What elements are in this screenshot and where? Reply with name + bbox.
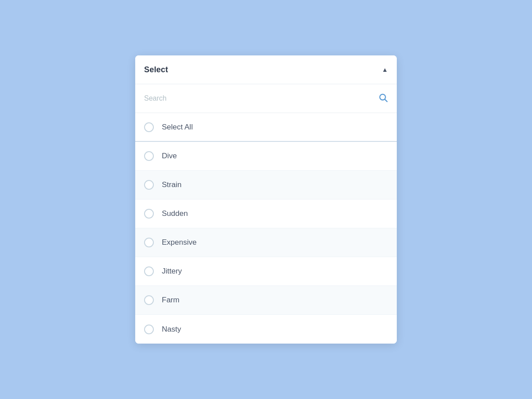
- list-item[interactable]: Farm: [135, 286, 397, 315]
- chevron-up-icon: ▲: [382, 66, 388, 73]
- select-all-radio[interactable]: [144, 122, 154, 132]
- list-item[interactable]: Jittery: [135, 257, 397, 286]
- radio-circle[interactable]: [144, 180, 154, 190]
- radio-circle[interactable]: [144, 238, 154, 247]
- item-label: Dive: [162, 152, 177, 160]
- list-item[interactable]: Strain: [135, 171, 397, 200]
- select-all-row[interactable]: Select All: [135, 113, 397, 142]
- item-label: Sudden: [162, 209, 188, 218]
- list-item[interactable]: Dive: [135, 142, 397, 171]
- svg-line-1: [385, 99, 387, 102]
- radio-circle[interactable]: [144, 266, 154, 276]
- dropdown-panel: Select ▲ Select All DiveStrainSuddenExpe…: [135, 55, 397, 344]
- item-label: Farm: [162, 296, 180, 305]
- search-input[interactable]: [144, 94, 374, 102]
- list-item[interactable]: Nasty: [135, 315, 397, 344]
- select-all-label: Select All: [162, 123, 193, 132]
- list-item[interactable]: Expensive: [135, 228, 397, 257]
- radio-circle[interactable]: [144, 209, 154, 219]
- item-label: Strain: [162, 180, 181, 189]
- radio-circle[interactable]: [144, 295, 154, 305]
- items-list: DiveStrainSuddenExpensiveJitteryFarmNast…: [135, 142, 397, 344]
- radio-circle[interactable]: [144, 151, 154, 161]
- list-item[interactable]: Sudden: [135, 200, 397, 228]
- item-label: Jittery: [162, 267, 182, 276]
- item-label: Nasty: [162, 325, 181, 334]
- dropdown-title: Select: [144, 65, 168, 74]
- radio-circle[interactable]: [144, 325, 154, 334]
- item-label: Expensive: [162, 238, 196, 247]
- search-container: [135, 84, 397, 113]
- search-icon: [378, 93, 388, 105]
- dropdown-header[interactable]: Select ▲: [135, 55, 397, 84]
